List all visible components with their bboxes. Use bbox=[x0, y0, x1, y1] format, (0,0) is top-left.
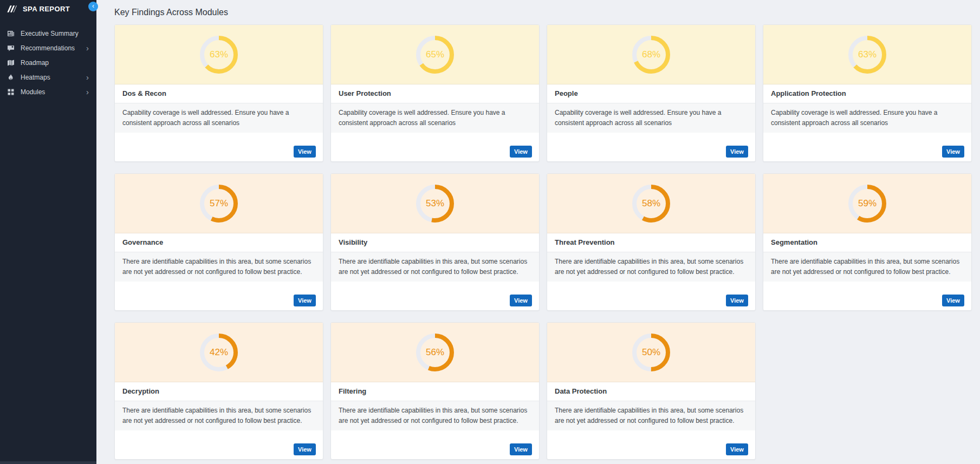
donut-chart: 58% bbox=[632, 184, 671, 223]
module-card: 56% Filtering There are identifiable cap… bbox=[330, 322, 540, 460]
card-description: Capability coverage is well addressed. E… bbox=[547, 103, 755, 133]
donut-chart: 65% bbox=[416, 35, 455, 74]
view-button[interactable]: View bbox=[942, 295, 964, 306]
donut-chart: 63% bbox=[199, 35, 238, 74]
donut-chart: 63% bbox=[848, 35, 887, 74]
card-title: Dos & Recon bbox=[115, 84, 323, 103]
donut-percent-label: 56% bbox=[416, 333, 455, 372]
page-title: Key Findings Across Modules bbox=[114, 7, 972, 17]
card-footer: View bbox=[331, 282, 539, 310]
sidebar-nav: Executive Summary Recommendations › bbox=[0, 26, 96, 99]
sidebar: SPA REPORT ‹ Executive Summary bbox=[0, 0, 96, 464]
view-button[interactable]: View bbox=[510, 443, 532, 455]
card-footer: View bbox=[547, 133, 755, 161]
sidebar-scrollbar[interactable] bbox=[0, 461, 96, 464]
sidebar-item-label: Roadmap bbox=[21, 59, 49, 67]
module-card: 57% Governance There are identifiable ca… bbox=[114, 173, 323, 311]
sidebar-item-heatmaps[interactable]: Heatmaps › bbox=[0, 70, 96, 84]
module-card: 63% Dos & Recon Capability coverage is w… bbox=[114, 24, 323, 162]
sidebar-item-recommendations[interactable]: Recommendations › bbox=[0, 41, 96, 55]
chevron-right-icon: › bbox=[86, 44, 89, 52]
card-title: Governance bbox=[115, 233, 323, 252]
view-button[interactable]: View bbox=[510, 295, 532, 306]
module-card: 42% Decryption There are identifiable ca… bbox=[114, 322, 323, 460]
card-title: Application Protection bbox=[763, 84, 971, 103]
modules-icon bbox=[7, 88, 15, 96]
donut-percent-label: 58% bbox=[632, 184, 671, 223]
sidebar-item-label: Modules bbox=[21, 88, 45, 96]
app-logo-icon bbox=[7, 5, 17, 13]
sidebar-item-label: Executive Summary bbox=[21, 30, 79, 37]
card-footer: View bbox=[115, 430, 323, 459]
heatmaps-icon bbox=[7, 74, 15, 81]
donut-chart: 56% bbox=[416, 333, 455, 372]
donut-chart: 53% bbox=[416, 184, 455, 223]
card-chart-header: 57% bbox=[115, 174, 323, 233]
sidebar-item-label: Recommendations bbox=[21, 44, 75, 52]
sidebar-header: SPA REPORT bbox=[0, 0, 96, 17]
view-button[interactable]: View bbox=[510, 146, 532, 158]
view-button[interactable]: View bbox=[726, 146, 748, 158]
sidebar-collapse-button[interactable]: ‹ bbox=[88, 2, 98, 11]
card-title: Data Protection bbox=[547, 382, 755, 401]
donut-chart: 59% bbox=[848, 184, 887, 223]
card-chart-header: 50% bbox=[547, 323, 755, 382]
card-description: There are identifiable capabilities in t… bbox=[547, 401, 755, 430]
donut-percent-label: 50% bbox=[632, 333, 671, 372]
view-button[interactable]: View bbox=[294, 295, 316, 306]
card-title: Threat Prevention bbox=[547, 233, 755, 252]
card-description: There are identifiable capabilities in t… bbox=[331, 252, 539, 282]
donut-chart: 68% bbox=[632, 35, 671, 74]
donut-chart: 57% bbox=[199, 184, 238, 223]
view-button[interactable]: View bbox=[942, 146, 964, 158]
card-chart-header: 53% bbox=[331, 174, 539, 233]
module-card: 58% Threat Prevention There are identifi… bbox=[547, 173, 756, 311]
card-footer: View bbox=[547, 430, 755, 459]
executive-summary-icon bbox=[7, 30, 15, 37]
card-footer: View bbox=[763, 133, 971, 161]
app-title: SPA REPORT bbox=[23, 5, 70, 13]
module-card: 68% People Capability coverage is well a… bbox=[547, 24, 756, 162]
donut-percent-label: 53% bbox=[416, 184, 455, 223]
donut-percent-label: 42% bbox=[199, 333, 238, 372]
donut-percent-label: 63% bbox=[848, 35, 887, 74]
card-chart-header: 65% bbox=[331, 25, 539, 84]
card-title: User Protection bbox=[331, 84, 539, 103]
card-description: There are identifiable capabilities in t… bbox=[547, 252, 755, 282]
card-grid: 63% Dos & Recon Capability coverage is w… bbox=[114, 24, 972, 460]
card-chart-header: 63% bbox=[115, 25, 323, 84]
card-title: People bbox=[547, 84, 755, 103]
app-root: SPA REPORT ‹ Executive Summary bbox=[0, 0, 980, 464]
donut-percent-label: 57% bbox=[199, 184, 238, 223]
card-description: Capability coverage is well addressed. E… bbox=[115, 103, 323, 133]
view-button[interactable]: View bbox=[294, 146, 316, 158]
card-chart-header: 58% bbox=[547, 174, 755, 233]
card-title: Filtering bbox=[331, 382, 539, 401]
donut-percent-label: 63% bbox=[199, 35, 238, 74]
view-button[interactable]: View bbox=[726, 295, 748, 306]
recommendations-icon bbox=[7, 44, 15, 52]
donut-chart: 50% bbox=[632, 333, 671, 372]
card-title: Visibility bbox=[331, 233, 539, 252]
card-footer: View bbox=[763, 282, 971, 310]
card-description: Capability coverage is well addressed. E… bbox=[331, 103, 539, 133]
card-chart-header: 42% bbox=[115, 323, 323, 382]
card-chart-header: 63% bbox=[763, 25, 971, 84]
card-footer: View bbox=[331, 133, 539, 161]
donut-percent-label: 65% bbox=[416, 35, 455, 74]
sidebar-item-modules[interactable]: Modules › bbox=[0, 84, 96, 99]
sidebar-item-executive-summary[interactable]: Executive Summary bbox=[0, 26, 96, 41]
chevron-left-icon: ‹ bbox=[92, 2, 94, 10]
donut-chart: 42% bbox=[199, 333, 238, 372]
module-card: 53% Visibility There are identifiable ca… bbox=[330, 173, 540, 311]
card-description: There are identifiable capabilities in t… bbox=[763, 252, 971, 282]
card-description: There are identifiable capabilities in t… bbox=[115, 401, 323, 430]
card-chart-header: 68% bbox=[547, 25, 755, 84]
sidebar-item-roadmap[interactable]: Roadmap bbox=[0, 55, 96, 70]
module-card: 65% User Protection Capability coverage … bbox=[330, 24, 540, 162]
card-chart-header: 56% bbox=[331, 323, 539, 382]
view-button[interactable]: View bbox=[726, 443, 748, 455]
sidebar-item-label: Heatmaps bbox=[21, 74, 50, 81]
view-button[interactable]: View bbox=[294, 443, 316, 455]
main-content: Key Findings Across Modules 63% Dos & Re… bbox=[96, 0, 980, 464]
